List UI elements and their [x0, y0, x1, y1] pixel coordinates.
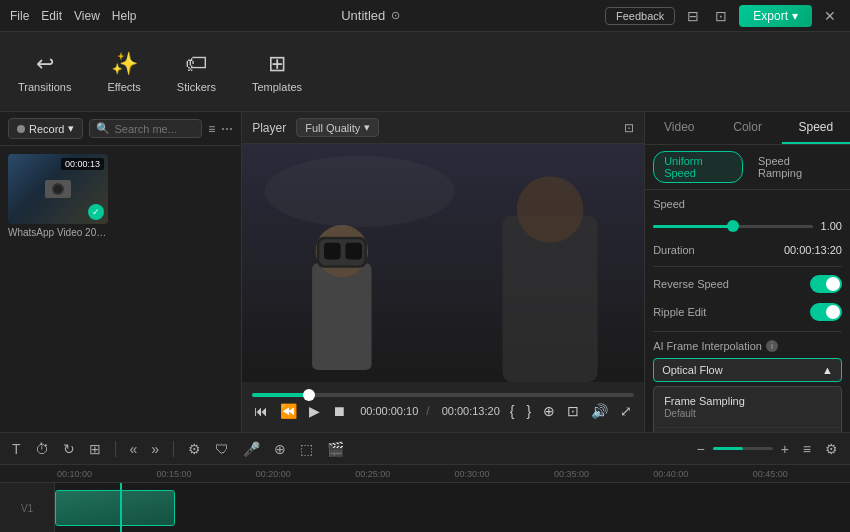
- mark-out-button[interactable]: }: [524, 401, 533, 421]
- stickers-icon: 🏷: [185, 51, 207, 77]
- title-edit-icon[interactable]: ⊙: [391, 9, 400, 22]
- export-chevron-icon: ▾: [792, 9, 798, 23]
- export-label: Export: [753, 9, 788, 23]
- ruler-mark-1: 00:10:00: [55, 469, 154, 479]
- zoom-slider: − +: [692, 439, 792, 459]
- feedback-button[interactable]: Feedback: [605, 7, 675, 25]
- timeline-clapperboard-btn[interactable]: 🎬: [323, 439, 348, 459]
- timeline-settings-btn[interactable]: ⚙: [184, 439, 205, 459]
- speed-label: Speed: [653, 198, 685, 210]
- effects-label: Effects: [107, 81, 140, 93]
- controls-row: ⏮ ⏪ ▶ ⏹ 00:00:00:10 / 00:00:13:20 { } ⊕ …: [252, 401, 634, 421]
- window-icon2[interactable]: ⊡: [711, 8, 731, 24]
- zoom-out-btn[interactable]: −: [692, 439, 708, 459]
- toolbar-effects[interactable]: ✨ Effects: [99, 47, 148, 97]
- timeline-mic-btn[interactable]: 🎤: [239, 439, 264, 459]
- menu-edit[interactable]: Edit: [41, 9, 62, 23]
- subtab-uniform-speed[interactable]: Uniform Speed: [653, 151, 743, 183]
- search-box[interactable]: 🔍: [89, 119, 202, 138]
- option-frame-sampling[interactable]: Frame Sampling Default: [654, 387, 841, 428]
- timeline-timer-btn[interactable]: ⏱: [31, 439, 53, 459]
- filter-icon[interactable]: ≡: [208, 122, 215, 136]
- fullscreen-button[interactable]: ⤢: [618, 401, 634, 421]
- timeline-rotate-btn[interactable]: ↻: [59, 439, 79, 459]
- track-content[interactable]: [55, 483, 850, 532]
- ripple-edit-toggle[interactable]: [810, 303, 842, 321]
- toolbar-templates[interactable]: ⊞ Templates: [244, 47, 310, 97]
- svg-rect-9: [324, 243, 341, 260]
- frame-sampling-title: Frame Sampling: [664, 395, 831, 407]
- reverse-speed-row: Reverse Speed: [653, 275, 842, 293]
- transitions-label: Transitions: [18, 81, 71, 93]
- play-button[interactable]: ▶: [307, 401, 322, 421]
- toolbar-stickers[interactable]: 🏷 Stickers: [169, 47, 224, 97]
- timeline-fwd-btn[interactable]: »: [147, 439, 163, 459]
- window-title: Untitled: [341, 8, 385, 23]
- progress-handle[interactable]: [303, 389, 315, 401]
- zoom-track[interactable]: [713, 447, 773, 450]
- stop-button[interactable]: ⏹: [330, 401, 348, 421]
- timeline-text-btn[interactable]: T: [8, 439, 25, 459]
- right-controls: { } ⊕ ⊡ 🔊 ⤢: [508, 401, 634, 421]
- expand-icon[interactable]: ⊡: [624, 121, 634, 135]
- info-icon[interactable]: i: [766, 340, 778, 352]
- svg-point-2: [54, 185, 62, 193]
- media-duration: 00:00:13: [61, 158, 104, 170]
- search-input[interactable]: [114, 123, 195, 135]
- player-toolbar: Player Full Quality ▾ ⊡: [242, 112, 644, 144]
- zoom-in-btn[interactable]: +: [777, 439, 793, 459]
- record-dot-icon: [17, 125, 25, 133]
- record-button[interactable]: Record ▾: [8, 118, 83, 139]
- tab-speed[interactable]: Speed: [782, 112, 850, 144]
- step-back-button[interactable]: ⏪: [278, 401, 299, 421]
- volume-button[interactable]: 🔊: [589, 401, 610, 421]
- optical-flow-dropdown[interactable]: Optical Flow ▲: [653, 358, 842, 382]
- skip-back-button[interactable]: ⏮: [252, 401, 270, 421]
- dropdown-selected-label: Optical Flow: [662, 364, 723, 376]
- ripple-toggle-knob: [826, 305, 840, 319]
- timeline-frame-btn[interactable]: ⬚: [296, 439, 317, 459]
- track-clip[interactable]: [55, 490, 175, 526]
- timeline-shield-btn[interactable]: 🛡: [211, 439, 233, 459]
- ripple-edit-label: Ripple Edit: [653, 306, 706, 318]
- stickers-label: Stickers: [177, 81, 216, 93]
- progress-fill: [252, 393, 309, 397]
- speed-track[interactable]: [653, 225, 812, 228]
- left-panel: Record ▾ 🔍 ≡ ⋯: [0, 112, 242, 432]
- timeline-add-btn[interactable]: ⊕: [270, 439, 290, 459]
- speed-handle[interactable]: [727, 220, 739, 232]
- timeline-config-btn[interactable]: ⚙: [821, 439, 842, 459]
- crop-button[interactable]: ⊡: [565, 401, 581, 421]
- quality-selector[interactable]: Full Quality ▾: [296, 118, 379, 137]
- insert-button[interactable]: ⊕: [541, 401, 557, 421]
- tab-video[interactable]: Video: [645, 112, 713, 144]
- media-grid: 00:00:13 ✓ WhatsApp Video 2023-10-05...: [0, 146, 241, 246]
- ruler-mark-7: 00:40:00: [651, 469, 750, 479]
- mark-in-button[interactable]: {: [508, 401, 517, 421]
- effects-icon: ✨: [111, 51, 138, 77]
- menu-file[interactable]: File: [10, 9, 29, 23]
- timeline-back-btn[interactable]: «: [126, 439, 142, 459]
- subtab-speed-ramping[interactable]: Speed Ramping: [747, 151, 842, 183]
- tab-color[interactable]: Color: [713, 112, 781, 144]
- main-layout: Record ▾ 🔍 ≡ ⋯: [0, 112, 850, 432]
- more-icon[interactable]: ⋯: [221, 122, 233, 136]
- toolbar-transitions[interactable]: ↩ Transitions: [10, 47, 79, 97]
- media-check-icon: ✓: [88, 204, 104, 220]
- title-bar-center: Untitled ⊙: [341, 8, 400, 23]
- progress-bar[interactable]: [252, 393, 634, 397]
- ripple-edit-row: Ripple Edit: [653, 303, 842, 321]
- frame-sampling-sub: Default: [664, 408, 831, 419]
- reverse-speed-toggle[interactable]: [810, 275, 842, 293]
- timeline-layout-btn[interactable]: ≡: [799, 439, 815, 459]
- menu-help[interactable]: Help: [112, 9, 137, 23]
- video-placeholder: [242, 144, 644, 382]
- ai-frame-text: AI Frame Interpolation: [653, 340, 762, 352]
- menu-view[interactable]: View: [74, 9, 100, 23]
- export-button[interactable]: Export ▾: [739, 5, 812, 27]
- timeline-grid-btn[interactable]: ⊞: [85, 439, 105, 459]
- window-icon1[interactable]: ⊟: [683, 8, 703, 24]
- close-icon[interactable]: ✕: [820, 8, 840, 24]
- duration-label: Duration: [653, 244, 695, 256]
- list-item[interactable]: 00:00:13 ✓ WhatsApp Video 2023-10-05...: [8, 154, 108, 238]
